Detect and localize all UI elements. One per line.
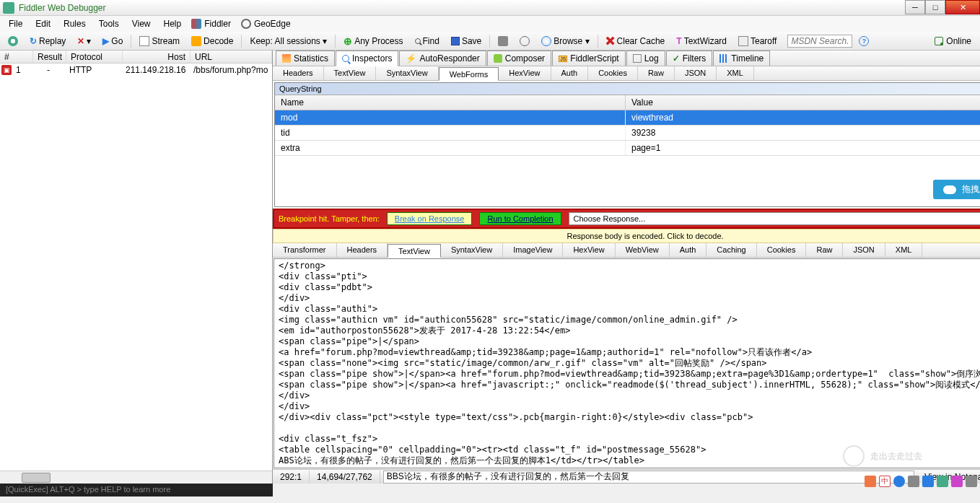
msdn-search-input[interactable] <box>787 35 852 48</box>
qs-col-value[interactable]: Value <box>626 95 980 110</box>
cn-icon[interactable]: 中 <box>879 476 891 487</box>
keep-sessions-dropdown[interactable]: Keep: All sessions ▾ <box>245 34 332 48</box>
tab-timeline[interactable]: Timeline <box>713 51 770 66</box>
resp-tab-raw[interactable]: Raw <box>806 243 843 257</box>
req-tab-raw[interactable]: Raw <box>638 66 675 80</box>
resp-tab-caching[interactable]: Caching <box>706 243 756 257</box>
separator <box>598 35 598 48</box>
menu-edit[interactable]: Edit <box>30 17 56 30</box>
mic-icon[interactable] <box>922 476 934 487</box>
skin-icon[interactable] <box>937 476 948 487</box>
play-icon: ▶ <box>102 36 109 46</box>
help-button[interactable]: ? <box>854 34 874 48</box>
decode-banner[interactable]: Response body is encoded. Click to decod… <box>273 229 980 243</box>
resp-tab-cookies[interactable]: Cookies <box>757 243 807 257</box>
response-textview[interactable]: </strong> <div class="pti"> <div class="… <box>274 258 980 468</box>
resp-tab-xml[interactable]: XML <box>885 243 923 257</box>
tab-fiddlerscript[interactable]: JSFiddlerScript <box>552 51 626 66</box>
resp-tab-headers[interactable]: Headers <box>337 243 388 257</box>
replay-button[interactable]: ↻Replay <box>25 34 71 48</box>
req-tab-cookies[interactable]: Cookies <box>588 66 638 80</box>
timeline-icon <box>719 54 728 63</box>
menu-file[interactable]: File <box>3 17 28 30</box>
close-button[interactable]: ✕ <box>945 0 980 14</box>
run-to-completion-button[interactable]: Run to Completion <box>479 212 561 225</box>
geoedge-menu[interactable]: GeoEdge <box>241 19 291 29</box>
tab-log[interactable]: Log <box>626 51 665 66</box>
online-icon <box>935 37 943 45</box>
col-protocol[interactable]: Protocol <box>66 51 123 63</box>
ime-icon[interactable] <box>865 476 876 487</box>
qs-row[interactable]: tid 39238 <box>275 126 980 141</box>
col-result[interactable]: Result <box>33 51 66 63</box>
tab-composer[interactable]: Composer <box>487 51 551 66</box>
req-tab-json[interactable]: JSON <box>675 66 717 80</box>
save-button[interactable]: Save <box>446 34 486 48</box>
menu-view[interactable]: View <box>126 17 157 30</box>
textwizard-button[interactable]: TTextWizard <box>671 34 732 48</box>
resp-tab-syntax[interactable]: SyntaxView <box>441 243 503 257</box>
resp-tab-textview[interactable]: TextView <box>388 244 441 258</box>
sessions-scrollbar[interactable] <box>0 471 272 484</box>
find-button[interactable]: Find <box>410 34 445 48</box>
screenshot-button[interactable] <box>493 34 513 48</box>
req-tab-syntax[interactable]: SyntaxView <box>376 66 438 80</box>
tool-icon[interactable] <box>951 476 963 487</box>
session-status-icon: ▣ <box>1 65 12 75</box>
remove-button[interactable]: ✕▾ <box>72 34 96 48</box>
break-on-response-button[interactable]: Break on Response <box>387 212 473 225</box>
clear-cache-button[interactable]: Clear Cache <box>601 34 670 48</box>
settings-icon[interactable] <box>966 476 977 487</box>
col-url[interactable]: URL <box>191 51 272 63</box>
resp-tab-auth[interactable]: Auth <box>670 243 707 257</box>
qs-row[interactable]: mod viewthread <box>275 110 980 126</box>
go-button[interactable]: ▶Go <box>97 34 128 48</box>
resp-tab-json[interactable]: JSON <box>843 243 885 257</box>
timer-button[interactable] <box>515 34 535 48</box>
keyboard-icon[interactable] <box>908 476 919 487</box>
decode-button[interactable]: Decode <box>186 34 238 48</box>
any-process-button[interactable]: ⊕Any Process <box>338 33 408 49</box>
qs-col-name[interactable]: Name <box>275 95 626 110</box>
stream-button[interactable]: Stream <box>134 34 185 48</box>
col-host[interactable]: Host <box>123 51 191 63</box>
session-row[interactable]: ▣ 1 - HTTP 211.149.218.16 /bbs/forum.php… <box>0 64 272 76</box>
req-tab-hex[interactable]: HexView <box>499 66 551 80</box>
comment-button[interactable] <box>3 34 23 48</box>
tab-inspectors[interactable]: Inspectors <box>336 51 398 66</box>
tab-statistics[interactable]: Statistics <box>276 51 335 66</box>
scrollbar-thumb[interactable] <box>22 473 51 483</box>
menu-tools[interactable]: Tools <box>93 17 125 30</box>
minimize-button[interactable]: ─ <box>905 0 925 14</box>
moon-icon[interactable] <box>893 476 905 487</box>
req-tab-webforms[interactable]: WebForms <box>439 67 499 81</box>
upload-button[interactable]: 拖拽上传 <box>933 180 980 199</box>
resp-tab-image[interactable]: ImageView <box>503 243 563 257</box>
fiddler-brand[interactable]: Fiddler <box>191 19 231 29</box>
col-num[interactable]: # <box>0 51 33 63</box>
quickexec-bar[interactable]: [QuickExec] ALT+Q > type HELP to learn m… <box>0 484 273 497</box>
maximize-button[interactable]: □ <box>925 0 945 14</box>
req-tab-textview[interactable]: TextView <box>324 66 377 80</box>
resp-tab-web[interactable]: WebView <box>616 243 670 257</box>
resp-tab-hex[interactable]: HexView <box>563 243 615 257</box>
selection-text-input[interactable] <box>383 471 914 484</box>
log-icon <box>633 54 642 63</box>
req-tab-headers[interactable]: Headers <box>273 66 324 80</box>
resp-tab-transformer[interactable]: Transformer <box>273 243 337 257</box>
help-icon: ? <box>859 36 869 46</box>
req-tab-xml[interactable]: XML <box>717 66 754 80</box>
req-tab-auth[interactable]: Auth <box>551 66 589 80</box>
choose-response-dropdown[interactable]: Choose Response... <box>569 212 980 225</box>
tearoff-button[interactable]: Tearoff <box>733 34 782 48</box>
online-indicator[interactable]: Online <box>935 36 977 46</box>
cursor-position: 292:1 <box>273 471 310 484</box>
querystring-panel: QueryString Name Value mod viewthread ti… <box>274 82 980 207</box>
menu-rules[interactable]: Rules <box>58 17 92 30</box>
tab-filters[interactable]: ✓Filters <box>666 51 713 66</box>
tab-autoresponder[interactable]: ⚡AutoResponder <box>399 51 486 66</box>
menu-help[interactable]: Help <box>158 17 188 30</box>
browse-button[interactable]: Browse ▾ <box>536 34 594 48</box>
separator <box>335 35 336 48</box>
qs-row[interactable]: extra page=1 <box>275 141 980 156</box>
